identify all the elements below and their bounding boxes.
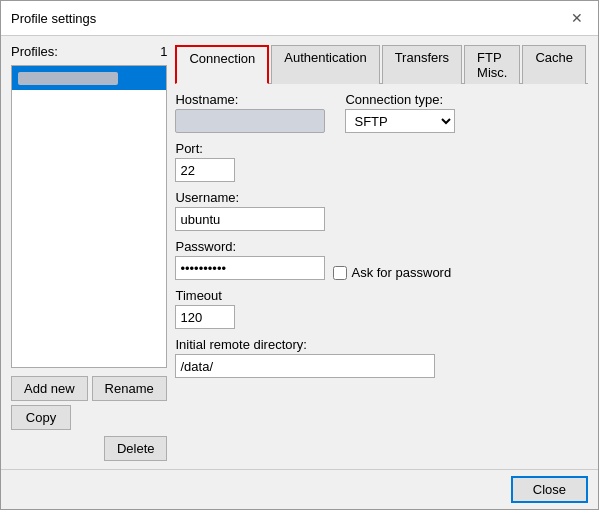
connection-type-group: Connection type: SFTP FTP FTPS SCP xyxy=(345,92,455,133)
footer-close-button[interactable]: Close xyxy=(511,476,588,503)
tab-ftp-misc[interactable]: FTP Misc. xyxy=(464,45,520,84)
username-input[interactable] xyxy=(175,207,325,231)
password-group: Password: Ask for password xyxy=(175,239,588,280)
connection-type-label: Connection type: xyxy=(345,92,455,107)
add-new-button[interactable]: Add new xyxy=(11,376,88,401)
dialog-body: Profiles: 1 Add new Rename Copy Delete xyxy=(1,36,598,469)
tab-cache[interactable]: Cache xyxy=(522,45,586,84)
hostname-label: Hostname: xyxy=(175,92,325,107)
password-row: Ask for password xyxy=(175,256,588,280)
timeout-group: Timeout xyxy=(175,288,588,329)
tab-authentication[interactable]: Authentication xyxy=(271,45,379,84)
right-panel: Connection Authentication Transfers FTP … xyxy=(175,44,588,461)
port-group: Port: xyxy=(175,141,588,182)
username-group: Username: xyxy=(175,190,588,231)
profile-item[interactable] xyxy=(12,66,166,90)
password-input[interactable] xyxy=(175,256,325,280)
initial-dir-label: Initial remote directory: xyxy=(175,337,588,352)
tabs: Connection Authentication Transfers FTP … xyxy=(175,44,588,84)
profiles-header: Profiles: 1 xyxy=(11,44,167,59)
connection-tab-content: Hostname: Connection type: SFTP FTP FTPS… xyxy=(175,92,588,461)
username-label: Username: xyxy=(175,190,588,205)
ask-for-password-checkbox[interactable] xyxy=(333,266,347,280)
rename-button[interactable]: Rename xyxy=(92,376,167,401)
delete-row: Delete xyxy=(11,436,167,461)
close-dialog-button[interactable]: ✕ xyxy=(566,7,588,29)
port-label: Port: xyxy=(175,141,588,156)
left-panel: Profiles: 1 Add new Rename Copy Delete xyxy=(11,44,167,461)
hostname-group: Hostname: xyxy=(175,92,325,133)
initial-dir-input[interactable] xyxy=(175,354,435,378)
profile-name-blurred xyxy=(18,72,118,85)
password-label: Password: xyxy=(175,239,588,254)
copy-button[interactable]: Copy xyxy=(11,405,71,430)
profiles-count: 1 xyxy=(160,44,167,59)
profile-settings-dialog: Profile settings ✕ Profiles: 1 Add new R… xyxy=(0,0,599,510)
left-buttons: Add new Rename Copy xyxy=(11,376,167,430)
dialog-footer: Close xyxy=(1,469,598,509)
timeout-label: Timeout xyxy=(175,288,588,303)
initial-dir-group: Initial remote directory: xyxy=(175,337,588,378)
tab-transfers[interactable]: Transfers xyxy=(382,45,462,84)
dialog-title: Profile settings xyxy=(11,11,96,26)
port-input[interactable] xyxy=(175,158,235,182)
profiles-list[interactable] xyxy=(11,65,167,368)
hostname-input-blurred[interactable] xyxy=(175,109,325,133)
ask-for-password-label: Ask for password xyxy=(351,265,451,280)
ask-for-password-row: Ask for password xyxy=(333,265,451,280)
timeout-input[interactable] xyxy=(175,305,235,329)
title-bar: Profile settings ✕ xyxy=(1,1,598,36)
profiles-label: Profiles: xyxy=(11,44,58,59)
delete-button[interactable]: Delete xyxy=(104,436,168,461)
hostname-type-row: Hostname: Connection type: SFTP FTP FTPS… xyxy=(175,92,588,133)
connection-type-select[interactable]: SFTP FTP FTPS SCP xyxy=(345,109,455,133)
tab-connection[interactable]: Connection xyxy=(175,45,269,84)
